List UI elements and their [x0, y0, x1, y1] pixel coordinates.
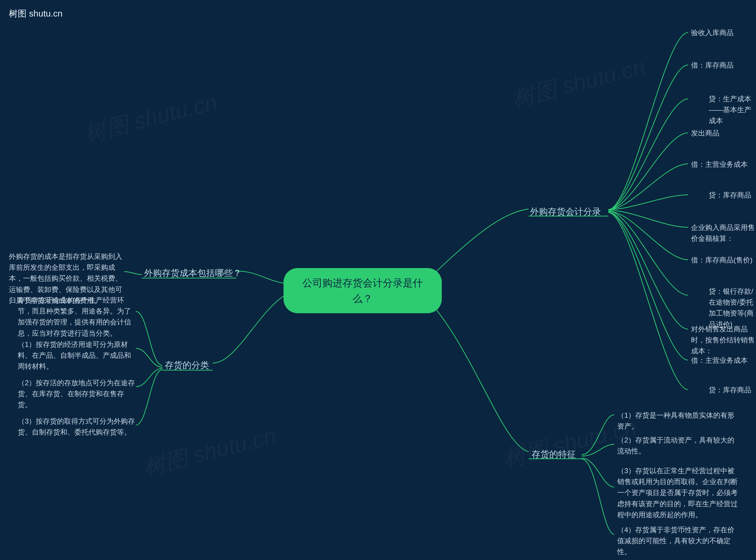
leaf-b1-10[interactable]: 借：主营业务成本 [691, 355, 748, 366]
leaf-b4-2[interactable]: （2）按存活的存放地点可分为在途存货、在库存货、在制存货和在售存货。 [18, 377, 136, 410]
leaf-b2-2[interactable]: （3）存货以在正常生产经营过程中被销售或耗用为目的而取得。企业在判断一个资产项目… [617, 465, 741, 520]
leaf-b2-1[interactable]: （2）存货属于流动资产，具有较大的流动性。 [617, 435, 741, 456]
leaf-b1-8[interactable]: 贷：银行存款/在途物资/委托加工物资等(商品进价) [691, 286, 756, 330]
center-topic-text: 公司购进存货会计分录是什么？ [302, 277, 423, 304]
leaf-b1-6[interactable]: 企业购入商品采用售价金额核算： [691, 222, 756, 244]
watermark: 树图 shutu.cn [81, 87, 220, 150]
leaf-b1-9[interactable]: 对外销售发出商品时，按售价结转销售成本： [691, 323, 756, 357]
leaf-b1-0[interactable]: 验收入库商品 [691, 27, 734, 38]
corner-label: 树图 shutu.cn [9, 8, 63, 20]
leaf-b1-2[interactable]: 贷：生产成本——基本生产成本 [691, 93, 756, 126]
watermark: 树图 shutu.cn [509, 52, 649, 114]
mindmap-canvas: 树图 shutu.cn 树图 shutu.cn 树图 shutu.cn 树图 s… [0, 0, 756, 560]
branch-b3[interactable]: 外购存货成本包括哪些？ [144, 266, 242, 280]
leaf-b1-3[interactable]: 发出商品 [691, 127, 719, 138]
leaf-b4-1[interactable]: （1）按存货的经济用途可分为原材料、在产品、自制半成品、产成品和周转材料。 [18, 339, 136, 372]
leaf-b1-5[interactable]: 贷：库存商品 [691, 189, 751, 200]
branch-b4[interactable]: 存货的分类 [165, 358, 209, 372]
watermark: 树图 shutu.cn [140, 421, 279, 483]
leaf-b4-3[interactable]: （3）按存货的取得方式可分为外购存货、自制存货和、委托代购存货等。 [18, 416, 136, 438]
leaf-b2-3[interactable]: （4）存货属于非货币性资产，存在价值减损的可能性，具有较大的不确定性。 [617, 524, 741, 557]
leaf-b1-11[interactable]: 贷：库存商品 [691, 384, 751, 395]
branch-b1[interactable]: 外购存货会计分录 [530, 205, 601, 219]
branch-b2[interactable]: 存货的特征 [532, 447, 576, 461]
leaf-b1-7[interactable]: 借：库存商品(售价) [691, 255, 753, 265]
leaf-b2-0[interactable]: （1）存货是一种具有物质实体的有形资产。 [617, 410, 741, 432]
center-topic[interactable]: 公司购进存货会计分录是什么？ [283, 268, 442, 313]
leaf-b4-0[interactable]: 存货存在于企业的各个生产经营环节，而且种类繁多、用途各异。为了加强存货的管理，提… [18, 295, 136, 339]
leaf-b1-4[interactable]: 借：主营业务成本 [691, 159, 748, 170]
leaf-b1-1[interactable]: 借：库存商品 [691, 60, 734, 71]
